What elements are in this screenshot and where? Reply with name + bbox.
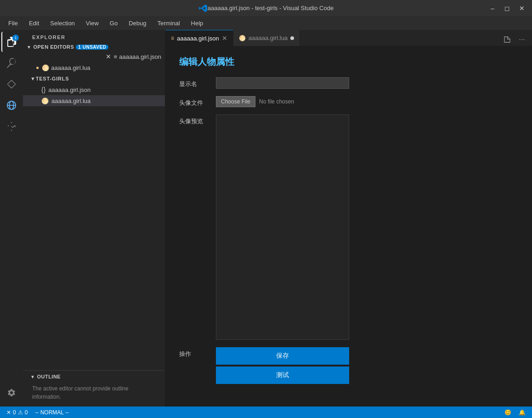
status-mode[interactable]: -- NORMAL -- <box>33 409 71 416</box>
warning-count: 0 <box>25 409 28 416</box>
title-bar: aaaaaa.girl.json - test-girls - Visual S… <box>0 0 532 16</box>
close-icon: ✕ <box>106 53 111 60</box>
tab-bar: ≡ aaaaaa.girl.json ✕ 🌕 aaaaaa.girl.lua ·… <box>165 30 532 46</box>
status-smiley[interactable]: 😊 <box>503 409 513 416</box>
split-editor-button[interactable] <box>501 33 514 46</box>
smiley-icon: 😊 <box>504 409 511 416</box>
tab-lua-icon: 🌕 <box>239 35 246 41</box>
menu-file[interactable]: File <box>4 18 23 29</box>
avatar-file-control: Choose File No file chosen <box>216 96 518 107</box>
files-badge: 1 <box>12 34 19 41</box>
folder-chevron: ▼ <box>30 76 36 81</box>
operations-row: 操作 保存 测试 <box>179 347 518 386</box>
sidebar-spacer <box>23 106 165 370</box>
activity-files[interactable]: 1 <box>1 32 22 52</box>
status-bar: ✕ 0 ⚠ 0 -- NORMAL -- 😊 🔔 <box>0 407 532 418</box>
status-errors[interactable]: ✕ 0 ⚠ 0 <box>5 409 29 416</box>
lua-dot-icon: ● <box>36 64 39 71</box>
avatar-preview-row: 头像预览 <box>179 115 518 340</box>
tab-lua[interactable]: 🌕 aaaaaa.girl.lua <box>233 30 300 46</box>
status-bell[interactable]: 🔔 <box>517 409 527 416</box>
more-actions-button[interactable]: ··· <box>515 33 528 46</box>
activity-settings[interactable] <box>1 383 22 403</box>
unsaved-badge: 1 UNSAVED <box>76 45 108 50</box>
lua-file-icon: 🌕 <box>42 64 49 71</box>
menu-bar: File Edit Selection View Go Debug Termin… <box>0 16 532 30</box>
test-girls-label: TEST-GIRLS <box>36 76 69 81</box>
tab-actions: ··· <box>501 33 532 46</box>
menu-edit[interactable]: Edit <box>24 18 44 29</box>
status-right: 😊 🔔 <box>503 409 527 416</box>
choose-file-button[interactable]: Choose File <box>216 96 255 107</box>
close-button[interactable]: ✕ <box>516 3 527 14</box>
lua-moon-icon: 🌕 <box>41 97 49 104</box>
activity-extensions[interactable] <box>1 116 22 137</box>
json-curly-icon: {} <box>41 86 45 93</box>
menu-go[interactable]: Go <box>105 18 122 29</box>
test-girls-lua-name: aaaaaa.girl.lua <box>51 97 91 104</box>
tab-lua-modified-dot <box>290 36 294 40</box>
avatar-file-label: 头像文件 <box>179 96 216 107</box>
outline-chevron: ▼ <box>30 374 35 379</box>
menu-view[interactable]: View <box>81 18 103 29</box>
outline-header[interactable]: ▼ OUTLINE <box>27 372 161 381</box>
menu-selection[interactable]: Selection <box>45 18 79 29</box>
test-girls-json-name: aaaaaa.girl.json <box>48 86 91 93</box>
open-editor-lua[interactable]: ● 🌕 aaaaaa.girl.lua <box>23 62 165 73</box>
sidebar: EXPLORER ▼ OPEN EDITORS 1 UNSAVED ✕ ≡ aa… <box>23 30 165 407</box>
activity-bar: 1 <box>0 30 23 407</box>
menu-terminal[interactable]: Terminal <box>153 18 184 29</box>
error-count: 0 <box>13 409 16 416</box>
form-panel: 编辑人物属性 显示名 头像文件 Choose File No file chos… <box>165 46 532 407</box>
test-girls-json[interactable]: {} aaaaaa.girl.json <box>23 84 165 95</box>
avatar-preview-label: 头像预览 <box>179 115 216 126</box>
avatar-file-row: 头像文件 Choose File No file chosen <box>179 96 518 107</box>
open-editors-section[interactable]: ▼ OPEN EDITORS 1 UNSAVED <box>23 43 165 51</box>
editor-area: ≡ aaaaaa.girl.json ✕ 🌕 aaaaaa.girl.lua ·… <box>165 30 532 407</box>
open-editor-lua-name: aaaaaa.girl.lua <box>51 64 90 71</box>
operations-control: 保存 测试 <box>216 347 518 386</box>
warning-icon: ⚠ <box>18 409 23 416</box>
editor-content: 编辑人物属性 显示名 头像文件 Choose File No file chos… <box>165 46 532 407</box>
display-name-row: 显示名 <box>179 77 518 89</box>
form-title: 编辑人物属性 <box>179 56 518 68</box>
test-girls-lua[interactable]: 🌕 aaaaaa.girl.lua <box>23 95 165 106</box>
menu-debug[interactable]: Debug <box>124 18 151 29</box>
outline-section: ▼ OUTLINE The active editor cannot provi… <box>23 370 165 407</box>
main-layout: 1 <box>0 30 532 407</box>
minimize-button[interactable]: – <box>487 3 498 14</box>
display-name-input[interactable] <box>216 77 349 89</box>
tab-json-label: aaaaaa.girl.json <box>177 35 219 42</box>
outline-label: OUTLINE <box>37 374 61 379</box>
error-icon: ✕ <box>6 409 11 416</box>
window-title: aaaaaa.girl.json - test-girls - Visual S… <box>208 5 334 11</box>
outline-message: The active editor cannot provide outline… <box>27 381 161 405</box>
tab-json-close[interactable]: ✕ <box>222 34 227 42</box>
menu-help[interactable]: Help <box>187 18 208 29</box>
test-girls-folder[interactable]: ▼ TEST-GIRLS <box>23 73 165 84</box>
tab-json-icon: ≡ <box>171 35 174 41</box>
activity-remote[interactable] <box>1 95 22 115</box>
avatar-preview-control <box>216 115 518 340</box>
save-button[interactable]: 保存 <box>216 347 349 365</box>
activity-search[interactable] <box>1 53 22 73</box>
operations-label: 操作 <box>179 347 216 358</box>
file-input-wrapper: Choose File No file chosen <box>216 96 518 107</box>
maximize-button[interactable]: ◻ <box>502 3 513 14</box>
tab-lua-label: aaaaaa.girl.lua <box>249 34 288 41</box>
open-editors-chevron: ▼ <box>27 45 31 50</box>
window-controls: – ◻ ✕ <box>487 3 527 14</box>
bell-icon: 🔔 <box>519 409 526 416</box>
open-editor-json[interactable]: ✕ ≡ aaaaaa.girl.json <box>23 51 165 62</box>
test-button[interactable]: 测试 <box>216 366 349 384</box>
tab-json[interactable]: ≡ aaaaaa.girl.json ✕ <box>165 30 233 46</box>
open-editor-json-name: aaaaaa.girl.json <box>119 53 161 60</box>
json-file-icon: ≡ <box>114 53 118 60</box>
sidebar-header: EXPLORER <box>23 30 165 43</box>
status-left: ✕ 0 ⚠ 0 -- NORMAL -- <box>5 409 71 416</box>
open-editors-label: OPEN EDITORS <box>33 44 74 50</box>
activity-git[interactable] <box>1 74 22 94</box>
display-name-label: 显示名 <box>179 77 216 88</box>
avatar-preview-image <box>216 115 349 340</box>
file-chosen-text: No file chosen <box>259 98 294 105</box>
